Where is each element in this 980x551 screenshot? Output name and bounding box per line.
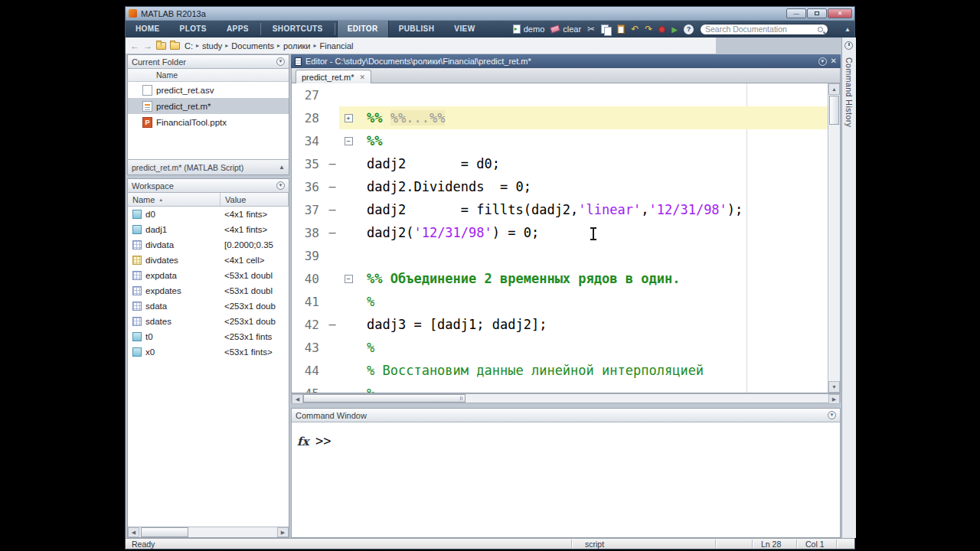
toolstrip-minimize-icon[interactable]: ▲ <box>844 26 851 33</box>
hscrollbar-thumb[interactable] <box>303 394 466 403</box>
workspace-row[interactable]: x0<53x1 fints> <box>128 344 289 360</box>
forward-icon[interactable]: → <box>143 37 152 54</box>
workspace-row[interactable]: expdata<53x1 doubl <box>128 268 289 283</box>
address-bar[interactable]: ← → C:▸study▸Documents▸ролики▸Financial <box>126 37 716 54</box>
scroll-left-icon[interactable]: ◀ <box>292 394 303 404</box>
file-row[interactable]: FinancialTool.pptx <box>128 114 289 130</box>
fold-minus-icon[interactable]: − <box>339 267 358 290</box>
fold-minus-icon[interactable]: − <box>339 129 358 152</box>
minimize-button[interactable]: — <box>786 8 806 18</box>
toolstrip-tab-view[interactable]: VIEW <box>444 21 485 37</box>
code-line-39[interactable]: 39 <box>292 244 828 267</box>
code-line-27[interactable]: 27 <box>292 83 828 106</box>
copy-icon[interactable] <box>601 24 611 34</box>
editor-close-icon[interactable]: ✕ <box>831 57 837 65</box>
scroll-right-icon[interactable]: ▶ <box>277 527 289 537</box>
code-line-42[interactable]: 42–dadj3 = [dadj1; dadj2]; <box>292 313 828 336</box>
toolstrip-tab-apps[interactable]: APPS <box>217 21 259 37</box>
fold-plus-icon[interactable]: + <box>339 106 358 129</box>
toolstrip-tab-shortcuts[interactable]: SHORTCUTS <box>263 21 333 37</box>
breakpoint-icon[interactable] <box>658 26 665 33</box>
workspace-row[interactable]: sdata<253x1 doub <box>128 298 289 314</box>
breadcrumb-segment[interactable]: Documents <box>230 41 275 51</box>
breadcrumb-arrow-icon[interactable]: ▸ <box>314 42 317 49</box>
command-history-strip[interactable]: Command History <box>841 37 856 538</box>
code-token: dadj2 = fillts(dadj2, <box>367 202 578 217</box>
scroll-left-icon[interactable]: ◀ <box>128 527 139 537</box>
matlab-logo-icon <box>129 9 137 18</box>
scroll-up-icon[interactable]: ▲ <box>828 83 840 95</box>
breadcrumb-segment[interactable]: Financial <box>319 41 354 51</box>
workspace-row[interactable]: expdates<53x1 doubl <box>128 283 289 298</box>
details-collapse-icon[interactable]: ▲ <box>279 164 285 171</box>
editor-horizontal-scrollbar[interactable]: ◀ ▶ <box>291 393 841 403</box>
tab-close-icon[interactable]: ✕ <box>359 73 365 81</box>
search-icon[interactable] <box>818 27 823 32</box>
command-window-body[interactable]: fx >> <box>292 422 840 537</box>
demo-button[interactable]: demo <box>513 24 545 34</box>
toolstrip-tab-editor[interactable]: EDITOR <box>337 21 389 37</box>
breadcrumb-arrow-icon[interactable]: ▸ <box>196 42 199 49</box>
code-line-37[interactable]: 37–dadj2 = fillts(dadj2,'linear','12/31/… <box>292 198 828 221</box>
code-line-43[interactable]: 43% <box>292 336 828 359</box>
vscrollbar-thumb[interactable] <box>829 96 839 125</box>
breadcrumb-arrow-icon[interactable]: ▸ <box>277 42 280 49</box>
cut-icon[interactable]: ✂ <box>587 24 595 34</box>
code-line-40[interactable]: 40−%% Объединение 2 временных рядов в од… <box>292 267 828 290</box>
editor-tab[interactable]: predict_ret.m* ✕ <box>296 70 371 83</box>
breadcrumb-segment[interactable]: study <box>201 41 223 51</box>
code-line-38[interactable]: 38–dadj2('12/31/98') = 0; <box>292 221 828 244</box>
undo-icon[interactable]: ↶ <box>631 24 639 34</box>
code-line-41[interactable]: 41% <box>292 290 828 313</box>
scrollbar-thumb[interactable] <box>141 527 188 537</box>
paste-icon[interactable] <box>617 24 625 34</box>
scroll-right-icon[interactable]: ▶ <box>828 394 840 404</box>
editor-vertical-scrollbar[interactable]: ▲ ▼ <box>828 83 840 393</box>
run-icon[interactable]: ▶ <box>671 25 678 34</box>
breadcrumb-segment[interactable]: ролики <box>283 41 312 51</box>
toolstrip-tab-plots[interactable]: PLOTS <box>170 21 217 37</box>
scroll-down-icon[interactable]: ▼ <box>828 381 840 393</box>
current-folder-menu-icon[interactable]: ▼ <box>276 57 285 66</box>
name-column-header[interactable]: Name <box>128 69 289 82</box>
workspace-row[interactable]: divdates<4x1 cell> <box>128 253 289 268</box>
workspace-row[interactable]: divdata[0.2000;0.35 <box>128 237 289 253</box>
fints-variable-icon <box>132 347 142 357</box>
maximize-button[interactable] <box>807 8 827 18</box>
editor-menu-icon[interactable]: ▼ <box>818 57 827 66</box>
breadcrumb-segment[interactable]: C: <box>184 41 194 51</box>
help-icon[interactable]: ? <box>684 24 694 34</box>
toolstrip-tab-publish[interactable]: PUBLISH <box>389 21 445 37</box>
code-line-28[interactable]: 28+%% %%...%% <box>292 106 828 129</box>
workspace-row[interactable]: t0<253x1 fints <box>128 329 289 344</box>
browse-folder-icon[interactable] <box>156 42 166 50</box>
title-bar[interactable]: MATLAB R2013a — ✕ <box>126 7 854 21</box>
file-row[interactable]: predict_ret.m* <box>128 98 289 114</box>
workspace-table[interactable]: Name ▲ Value d0<4x1 fints>dadj1<4x1 fint… <box>128 193 289 527</box>
code-line-35[interactable]: 35–dadj2 = d0; <box>292 152 828 175</box>
breadcrumb-arrow-icon[interactable]: ▸ <box>225 42 228 49</box>
workspace-horizontal-scrollbar[interactable]: ◀ ▶ <box>128 527 289 537</box>
code-line-44[interactable]: 44% Восстановим данные линейной интерпол… <box>292 359 828 382</box>
workspace-menu-icon[interactable]: ▼ <box>276 181 285 190</box>
search-documentation-box[interactable]: Search Documentation <box>700 24 828 35</box>
workspace-value-column[interactable]: Value <box>220 193 289 207</box>
editor-title-bar[interactable]: Editor - C:\study\Documents\ролики\Finan… <box>291 54 841 68</box>
redo-icon[interactable]: ↷ <box>645 24 652 34</box>
workspace-row[interactable]: sdates<253x1 doub <box>128 314 289 329</box>
file-list[interactable]: Name predict_ret.asvpredict_ret.m*Financ… <box>128 69 289 159</box>
back-icon[interactable]: ← <box>130 37 139 54</box>
workspace-row[interactable]: dadj1<4x1 fints> <box>128 222 289 237</box>
code-line-36[interactable]: 36–dadj2.Dividends = 0; <box>292 175 828 198</box>
code-editor[interactable]: 2728+%% %%...%%34−%%35–dadj2 = d0;36–dad… <box>291 83 841 393</box>
code-line-45[interactable]: 45% <box>292 382 828 393</box>
workspace-row[interactable]: d0<4x1 fints> <box>128 207 289 222</box>
code-line-34[interactable]: 34−%% <box>292 129 828 152</box>
file-row[interactable]: predict_ret.asv <box>128 82 289 98</box>
workspace-name-column[interactable]: Name ▲ <box>128 193 220 207</box>
command-window-menu-icon[interactable]: ▼ <box>828 411 836 419</box>
fx-icon[interactable]: fx <box>297 435 309 448</box>
clear-button[interactable]: clear <box>550 24 581 34</box>
toolstrip-tab-home[interactable]: HOME <box>126 21 170 37</box>
close-button[interactable]: ✕ <box>828 8 852 18</box>
